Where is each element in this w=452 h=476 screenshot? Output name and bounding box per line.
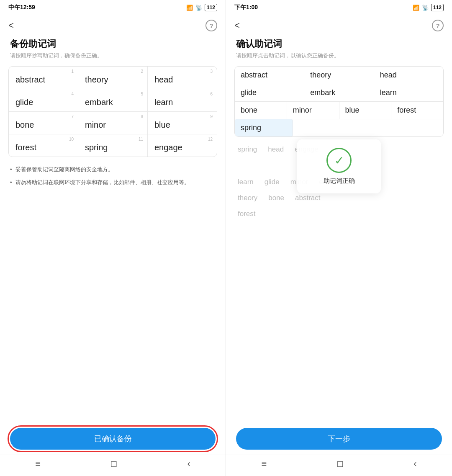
bottom-btn-area-left: 已确认备份	[0, 421, 226, 455]
pool-word-spring[interactable]: spring	[234, 144, 260, 155]
cell-word-10: forest	[15, 143, 71, 152]
word-cell-5: 5 embark	[78, 89, 148, 111]
back-icon-right[interactable]: ‹	[413, 458, 416, 469]
bottom-nav-right: ≡ □ ‹	[226, 455, 452, 476]
menu-icon-left[interactable]: ≡	[35, 458, 41, 469]
cell-word-9: blue	[154, 120, 210, 130]
cell-number-8: 8	[141, 114, 143, 119]
wifi-icon-right: 📡	[422, 5, 429, 11]
confirm-word-3: head	[380, 71, 397, 79]
confirm-cell-empty-1	[293, 119, 443, 136]
confirm-cell-5[interactable]: embark	[304, 84, 374, 101]
home-icon-left[interactable]: □	[111, 458, 117, 469]
note-text-2: 请勿将助记词在联网环境下分享和存储，比如邮件、相册、社交应用等。	[15, 178, 190, 187]
back-icon-left[interactable]: ‹	[187, 458, 190, 469]
cell-word-12: engage	[154, 143, 210, 152]
confirm-cell-2[interactable]: theory	[304, 67, 374, 84]
cell-word-4: glide	[15, 98, 71, 107]
menu-icon-right[interactable]: ≡	[261, 458, 267, 469]
note-item-2: • 请勿将助记词在联网环境下分享和存储，比如邮件、相册、社交应用等。	[10, 178, 216, 187]
signal-icon-left: 📶	[186, 5, 193, 11]
confirm-word-8: minor	[293, 106, 312, 114]
note-text-1: 妥善保管助记词至隔离网络的安全地方。	[15, 165, 113, 174]
confirm-word-2: theory	[310, 71, 331, 79]
confirm-row-4: spring	[235, 119, 443, 136]
word-cell-11: 11 spring	[78, 134, 148, 157]
wifi-icon-left: 📡	[195, 5, 202, 11]
note-item-1: • 妥善保管助记词至隔离网络的安全地方。	[10, 165, 216, 174]
cell-number-4: 4	[71, 92, 74, 96]
help-button-right[interactable]: ?	[432, 20, 444, 31]
battery-left: 112	[205, 4, 217, 11]
cell-number-2: 2	[141, 69, 143, 74]
left-screen: 中午12:59 📶 📡 112 < ? 备份助记词 请按顺序抄写助记词，确保备份…	[0, 0, 226, 476]
back-button-left[interactable]: <	[8, 20, 14, 31]
nav-bar-left: < ?	[0, 15, 226, 36]
confirm-word-6: learn	[380, 88, 397, 97]
success-text: 助记词正确	[324, 177, 355, 185]
mnemonic-row-2: 4 glide 5 embark 6 learn	[9, 89, 217, 112]
confirm-row-2: glide embark learn	[235, 84, 443, 102]
confirm-word-4: glide	[241, 88, 257, 97]
cell-number-7: 7	[71, 114, 74, 119]
confirm-cell-3[interactable]: head	[374, 67, 443, 84]
time-right: 下午1:00	[234, 4, 258, 11]
pool-word-abstract[interactable]: abstract	[292, 192, 324, 204]
confirm-word-9: blue	[345, 106, 360, 114]
pool-row-3: theory bone abstract	[234, 192, 444, 204]
confirm-cell-7[interactable]: bone	[235, 102, 287, 119]
home-icon-right[interactable]: □	[337, 458, 343, 469]
cell-number-12: 12	[208, 137, 213, 142]
word-cell-4: 4 glide	[9, 89, 78, 111]
battery-right: 112	[431, 4, 444, 11]
back-button-right[interactable]: <	[234, 20, 240, 31]
help-button-left[interactable]: ?	[205, 20, 217, 31]
mnemonic-row-4: 10 forest 11 spring 12 engage	[9, 134, 217, 157]
word-cell-12: 12 engage	[148, 134, 217, 157]
cell-number-9: 9	[210, 114, 213, 119]
cell-word-6: learn	[154, 98, 210, 107]
confirm-grid: abstract theory head glide embark learn …	[234, 66, 444, 137]
confirm-cell-10[interactable]: forest	[391, 102, 443, 119]
pool-word-glide[interactable]: glide	[261, 176, 283, 188]
word-cell-10: 10 forest	[9, 134, 78, 157]
confirm-cell-8[interactable]: minor	[287, 102, 339, 119]
cell-number-6: 6	[210, 92, 213, 96]
page-title-left: 备份助记词	[0, 36, 226, 51]
bottom-btn-area-right: 下一步	[226, 421, 452, 455]
cell-number-5: 5	[141, 92, 143, 96]
mnemonic-grid-left: 1 abstract 2 theory 3 head 4 glide 5 emb…	[8, 66, 217, 157]
nav-bar-right: < ?	[226, 15, 452, 36]
pool-word-head[interactable]: head	[265, 144, 287, 155]
status-icons-left: 📶 📡 112	[186, 4, 217, 11]
pool-word-bone[interactable]: bone	[265, 192, 288, 204]
confirm-cell-6[interactable]: learn	[374, 84, 443, 101]
word-cell-2: 2 theory	[78, 67, 148, 89]
page-title-right: 确认助记词	[226, 36, 452, 51]
pool-word-learn[interactable]: learn	[234, 176, 257, 188]
confirm-cell-11[interactable]: spring	[235, 119, 293, 136]
cell-word-3: head	[154, 75, 210, 85]
confirm-cell-9[interactable]: blue	[339, 102, 392, 119]
word-cell-7: 7 bone	[9, 112, 78, 134]
checkmark-icon: ✓	[334, 154, 344, 167]
word-cell-6: 6 learn	[148, 89, 217, 111]
mnemonic-row-1: 1 abstract 2 theory 3 head	[9, 67, 217, 89]
next-step-button[interactable]: 下一步	[236, 428, 442, 450]
word-cell-8: 8 minor	[78, 112, 148, 134]
signal-icon-right: 📶	[413, 5, 419, 11]
confirm-word-7: bone	[241, 106, 257, 114]
confirm-word-11: spring	[241, 124, 261, 132]
confirm-backup-button[interactable]: 已确认备份	[10, 428, 216, 450]
pool-word-theory[interactable]: theory	[234, 192, 261, 204]
pool-word-forest[interactable]: forest	[234, 208, 259, 220]
check-circle-icon: ✓	[326, 148, 352, 173]
status-icons-right: 📶 📡 112	[413, 4, 444, 11]
page-subtitle-left: 请按顺序抄写助记词，确保备份正确。	[0, 51, 226, 66]
confirm-cell-1[interactable]: abstract	[235, 67, 304, 84]
confirm-word-10: forest	[397, 106, 416, 114]
time-left: 中午12:59	[8, 4, 35, 11]
confirm-cell-4[interactable]: glide	[235, 84, 304, 101]
cell-word-8: minor	[85, 120, 141, 130]
right-screen: 下午1:00 📶 📡 112 < ? 确认助记词 请按顺序点击助记词，以确认您正…	[226, 0, 452, 476]
